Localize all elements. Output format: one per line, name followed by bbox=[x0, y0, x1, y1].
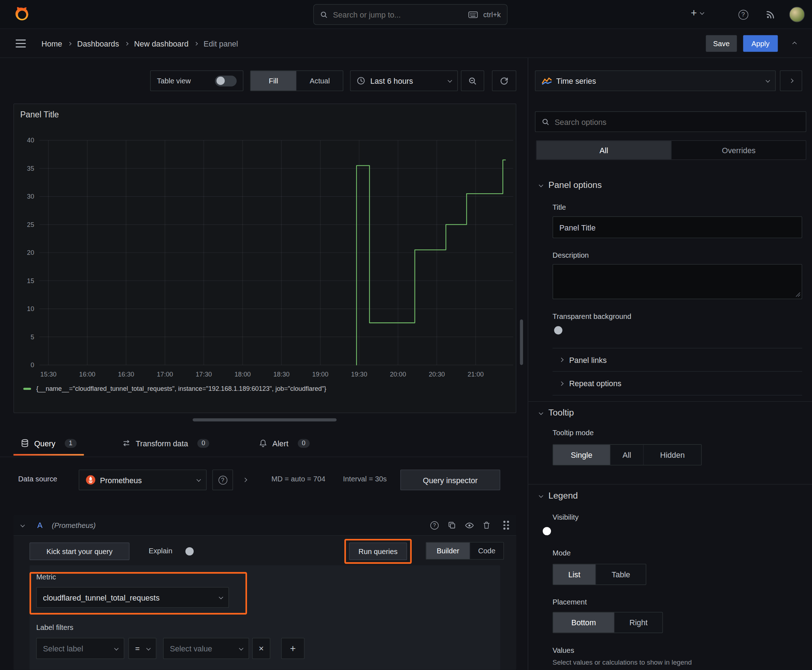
add-button[interactable]: + bbox=[691, 8, 703, 18]
breadcrumb-dashboards[interactable]: Dashboards bbox=[77, 39, 119, 48]
placement-right[interactable]: Right bbox=[614, 612, 662, 633]
duplicate-query-icon[interactable] bbox=[448, 521, 456, 530]
svg-text:15:30: 15:30 bbox=[41, 371, 57, 378]
query-options-summary[interactable]: MD = auto = 704 Interval = 30s bbox=[271, 469, 387, 489]
tooltip-header[interactable]: Tooltip bbox=[539, 408, 574, 418]
datasource-help-button[interactable]: ? bbox=[212, 470, 233, 490]
panel-links-section[interactable]: Panel links bbox=[553, 348, 802, 372]
question-icon: ? bbox=[219, 475, 227, 485]
code-option[interactable]: Code bbox=[470, 543, 503, 559]
options-search[interactable] bbox=[535, 111, 806, 132]
help-icon[interactable]: ? bbox=[736, 7, 751, 22]
svg-text:17:00: 17:00 bbox=[157, 371, 173, 378]
query-ref-id: A bbox=[37, 521, 42, 530]
search-shortcut: ctrl+k bbox=[483, 10, 501, 19]
svg-text:18:00: 18:00 bbox=[234, 371, 251, 378]
visibility-label: Visibility bbox=[553, 513, 578, 521]
panel-title-input[interactable] bbox=[553, 217, 802, 239]
timeseries-chart: 051015202530354015:3016:0016:3017:0017:3… bbox=[14, 104, 517, 386]
section-divider bbox=[528, 484, 812, 484]
explain-label: Explain bbox=[149, 546, 172, 555]
fill-option[interactable]: Fill bbox=[251, 71, 296, 91]
tooltip-mode-all[interactable]: All bbox=[610, 445, 643, 465]
add-filter-button[interactable]: + bbox=[281, 638, 304, 659]
tab-query[interactable]: Query 1 bbox=[14, 431, 84, 455]
select-value-dropdown[interactable]: Select value bbox=[163, 638, 249, 659]
tab-overrides[interactable]: Overrides bbox=[671, 140, 806, 159]
chevron-down-icon bbox=[239, 646, 243, 650]
collapse-header-button[interactable] bbox=[787, 37, 803, 50]
transform-icon bbox=[122, 439, 131, 447]
builder-option[interactable]: Builder bbox=[426, 543, 470, 559]
timeseries-viz-icon bbox=[542, 76, 552, 85]
textarea-resize-handle[interactable] bbox=[795, 292, 800, 297]
chevron-down-icon bbox=[146, 646, 151, 650]
grafana-logo[interactable] bbox=[12, 6, 29, 22]
metric-label: Metric bbox=[36, 573, 56, 581]
query-options-chevron-icon[interactable] bbox=[243, 478, 247, 482]
legend-mode-table[interactable]: Table bbox=[595, 564, 646, 584]
chevron-right-icon bbox=[559, 381, 563, 386]
remove-filter-button[interactable]: × bbox=[252, 638, 270, 659]
kickstart-button[interactable]: Kick start your query bbox=[29, 543, 129, 560]
repeat-options-section[interactable]: Repeat options bbox=[553, 372, 802, 396]
tab-alert[interactable]: Alert 0 bbox=[252, 431, 317, 455]
search-bar[interactable]: ctrl+k bbox=[313, 4, 507, 25]
hide-query-icon[interactable] bbox=[465, 522, 474, 528]
visualization-name: Time series bbox=[556, 76, 761, 85]
select-label-dropdown[interactable]: Select label bbox=[36, 638, 124, 659]
panel-preview: Panel Title 051015202530354015:3016:0016… bbox=[14, 103, 516, 413]
breadcrumb-new-dashboard[interactable]: New dashboard bbox=[134, 39, 188, 48]
tab-transform[interactable]: Transform data 0 bbox=[115, 431, 217, 455]
metric-select[interactable]: cloudflared_tunnel_total_requests bbox=[36, 587, 229, 608]
horizontal-scrollbar[interactable] bbox=[193, 418, 337, 421]
refresh-button[interactable] bbox=[492, 71, 516, 91]
tooltip-mode-hidden[interactable]: Hidden bbox=[643, 445, 701, 465]
breadcrumb-separator-icon bbox=[194, 42, 198, 45]
visualization-picker[interactable]: Time series bbox=[535, 71, 776, 91]
breadcrumb-separator-icon bbox=[68, 42, 71, 45]
search-icon bbox=[320, 11, 328, 19]
table-view-toggle[interactable] bbox=[215, 75, 237, 86]
options-search-input[interactable] bbox=[554, 117, 800, 126]
legend-mode-list[interactable]: List bbox=[553, 564, 596, 584]
panel-links-label: Panel links bbox=[569, 355, 607, 364]
breadcrumb-home[interactable]: Home bbox=[42, 39, 62, 48]
time-range-picker[interactable]: Last 6 hours bbox=[350, 71, 458, 91]
query-inspector-button[interactable]: Query inspector bbox=[400, 470, 500, 490]
svg-text:19:00: 19:00 bbox=[312, 371, 328, 378]
drag-handle-icon[interactable] bbox=[503, 521, 509, 530]
tab-all[interactable]: All bbox=[537, 140, 671, 159]
toggle-viz-picker-button[interactable] bbox=[780, 71, 802, 91]
chevron-down-icon bbox=[114, 646, 119, 650]
legend-header[interactable]: Legend bbox=[539, 491, 578, 501]
run-queries-button[interactable]: Run queries bbox=[349, 543, 407, 560]
plus-icon: + bbox=[290, 643, 296, 654]
query-row-header[interactable]: A (Prometheus) ? bbox=[14, 515, 516, 536]
operator-dropdown[interactable]: = bbox=[129, 638, 156, 659]
search-input[interactable] bbox=[333, 10, 463, 19]
tooltip-mode-single[interactable]: Single bbox=[553, 445, 610, 465]
vertical-scrollbar[interactable] bbox=[520, 319, 523, 365]
apply-button[interactable]: Apply bbox=[743, 35, 778, 52]
menu-toggle[interactable] bbox=[15, 38, 27, 49]
placement-bottom[interactable]: Bottom bbox=[553, 612, 614, 633]
actual-option[interactable]: Actual bbox=[296, 71, 342, 91]
avatar[interactable] bbox=[789, 7, 805, 22]
chart-legend[interactable]: {__name__="cloudflared_tunnel_total_requ… bbox=[23, 385, 326, 392]
description-textarea[interactable] bbox=[553, 264, 802, 299]
active-tab-underline bbox=[14, 454, 84, 456]
interval: Interval = 30s bbox=[343, 475, 387, 483]
zoom-out-button[interactable] bbox=[461, 71, 484, 91]
panel-options-header[interactable]: Panel options bbox=[539, 180, 602, 190]
delete-query-icon[interactable] bbox=[483, 521, 490, 530]
max-data-points: MD = auto = 704 bbox=[271, 475, 325, 483]
datasource-picker[interactable]: Prometheus bbox=[79, 470, 207, 490]
description-label: Description bbox=[553, 251, 588, 259]
save-button[interactable]: Save bbox=[706, 35, 737, 52]
search-icon bbox=[542, 118, 549, 126]
query-help-icon[interactable]: ? bbox=[431, 521, 439, 530]
breadcrumb-edit-panel: Edit panel bbox=[203, 39, 238, 48]
rss-icon[interactable] bbox=[765, 8, 777, 21]
fill-actual-segmented: Fill Actual bbox=[250, 71, 343, 91]
